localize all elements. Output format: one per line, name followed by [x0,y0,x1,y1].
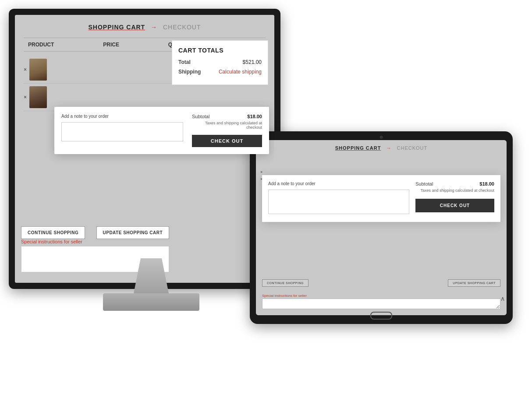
product-image [29,59,47,81]
order-note-textarea[interactable] [61,122,183,141]
remove-item-icon[interactable]: × [24,94,27,100]
tablet-breadcrumb-arrow: → [386,145,391,151]
overlay-card: Add a note to your order Subtotal $18.00… [54,107,269,154]
special-instructions-label: Special instructions for seller [21,239,169,244]
tablet-breadcrumb-checkout[interactable]: CHECKOUT [397,145,428,151]
checkout-button[interactable]: CHECK OUT [192,135,262,147]
tablet-update-cart-button[interactable]: UPDATE SHOPPING CART [448,279,500,287]
tablet-overlay-card: Add a note to your order Subtotal $18.00… [262,175,500,222]
tablet-overlay-left: Add a note to your order [268,181,409,216]
tablet-camera [380,136,383,139]
tablet-checkout-button[interactable]: CHECK OUT [415,199,494,212]
tablet-subtotal-value: $18.00 [479,181,494,186]
tablet-screen: SHOPPING CART → CHECKOUT × × Add a note … [256,140,507,315]
tablet-special-instructions-textarea[interactable] [262,299,500,309]
total-row: Total $521.00 [178,59,262,65]
update-cart-button[interactable]: UPDATE SHOPPING CART [96,226,170,239]
tablet-frame: SHOPPING CART → CHECKOUT × × Add a note … [250,131,513,324]
tablet-overlay-right: Subtotal $18.00 Taxes and shipping calcu… [415,181,494,216]
overlay-left: Add a note to your order [61,114,183,147]
cart-totals-title: CART TOTALS [178,47,262,54]
tablet-remove-item-1[interactable]: × [260,170,262,174]
tablet-subtotal-label: Subtotal [415,181,433,186]
tablet-special-instructions: Special instructions for seller [262,294,500,311]
continue-shopping-button[interactable]: CONTINUE SHOPPING [21,226,85,239]
monitor-frame: SHOPPING CART → CHECKOUT PRODUCT PRICE Q… [9,9,280,289]
monitor-screen: SHOPPING CART → CHECKOUT PRODUCT PRICE Q… [15,15,274,283]
breadcrumb-shopping-cart[interactable]: SHOPPING CART [88,24,145,31]
cart-totals-panel: CART TOTALS Total $521.00 Shipping Calcu… [172,40,268,85]
tablet-order-note-textarea[interactable] [268,190,409,214]
scroll-indicator: ∧ [500,295,505,302]
total-value: $521.00 [243,59,262,65]
tablet-breadcrumb-cart[interactable]: SHOPPING CART [335,145,381,151]
order-note-label: Add a note to your order [61,114,183,119]
subtotal-value: $18.00 [247,114,262,119]
tablet-taxes-note: Taxes and shipping calculated at checkou… [415,188,494,193]
monitor-stand-base [103,293,199,311]
col-price: PRICE [103,42,119,48]
tablet-order-note-label: Add a note to your order [268,181,409,186]
shipping-row: Shipping Calculate shipping [178,69,262,75]
taxes-note: Taxes and shipping calculated at checkou… [192,121,262,130]
cart-action-buttons: CONTINUE SHOPPING UPDATE SHOPPING CART [21,226,169,239]
tablet-home-button[interactable] [370,312,392,320]
breadcrumb-arrow: → [151,24,157,31]
tablet-breadcrumb: SHOPPING CART → CHECKOUT [262,145,500,151]
tablet-device: SHOPPING CART → CHECKOUT × × Add a note … [250,131,526,333]
subtotal-label: Subtotal [192,114,209,119]
remove-item-icon[interactable]: × [24,67,27,73]
calculate-shipping-link[interactable]: Calculate shipping [219,69,262,75]
overlay-right: Subtotal $18.00 Taxes and shipping calcu… [192,114,262,147]
col-product: PRODUCT [28,42,54,48]
breadcrumb: SHOPPING CART → CHECKOUT [24,24,266,31]
desktop-screen-content: SHOPPING CART → CHECKOUT PRODUCT PRICE Q… [15,15,274,283]
shipping-label: Shipping [178,69,201,75]
product-image [29,86,47,108]
breadcrumb-checkout[interactable]: CHECKOUT [163,24,201,31]
tablet-screen-content: SHOPPING CART → CHECKOUT × × Add a note … [256,140,507,315]
tablet-continue-shopping-button[interactable]: CONTINUE SHOPPING [262,279,309,287]
total-label: Total [178,59,191,65]
tablet-action-buttons: CONTINUE SHOPPING UPDATE SHOPPING CART [262,279,500,287]
tablet-overlay-inner: Add a note to your order Subtotal $18.00… [268,181,494,216]
tablet-special-instructions-label: Special instructions for seller [262,294,500,298]
